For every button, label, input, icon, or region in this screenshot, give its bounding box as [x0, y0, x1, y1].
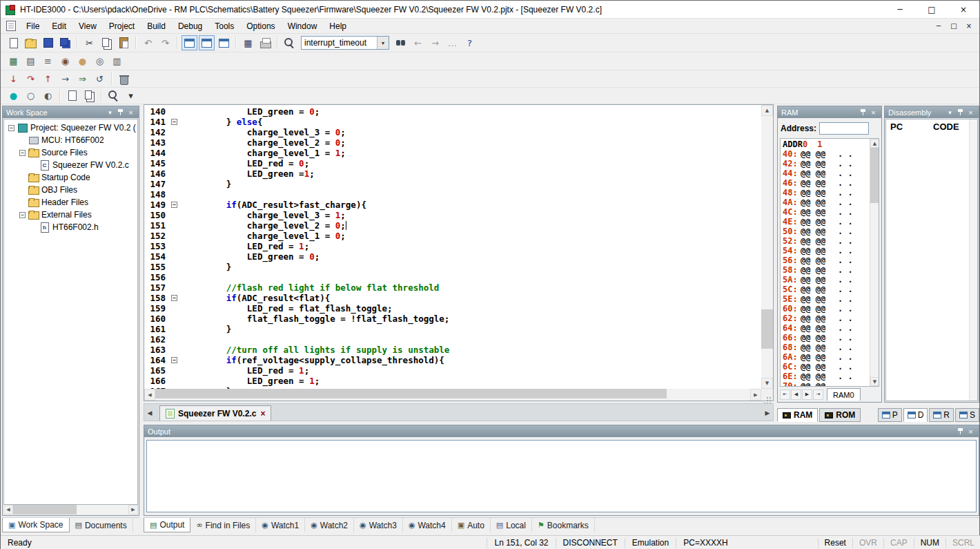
workspace-horizontal-scrollbar[interactable]: ◀ ▶: [3, 505, 138, 514]
side-tab-p[interactable]: P: [878, 408, 902, 422]
resize-grip[interactable]: [761, 389, 773, 401]
fold-collapse-icon[interactable]: −: [171, 357, 177, 363]
stack-window-icon[interactable]: ▥: [109, 54, 125, 69]
search-combobox[interactable]: interrupt_timeout▼: [301, 36, 389, 50]
ram-vertical-scrollbar[interactable]: ▲ ▼: [870, 139, 879, 386]
tree-expander-icon[interactable]: −: [8, 125, 14, 131]
halt-icon[interactable]: ▦: [240, 35, 256, 50]
pin-icon[interactable]: [956, 108, 965, 117]
ram-row[interactable]: 68:@@ @@. .: [783, 343, 879, 352]
editor-vertical-scrollbar[interactable]: ▲ ▼: [761, 105, 773, 389]
menu-item-file[interactable]: File: [20, 19, 46, 33]
code-text[interactable]: LED_red = flat_flash_toggle;: [179, 303, 761, 314]
code-text[interactable]: }: [179, 324, 761, 334]
tree-item[interactable]: −Source Files: [4, 146, 137, 159]
code-text[interactable]: charge_level_1 = 0;: [179, 231, 761, 241]
tab-documents[interactable]: ▤Documents: [70, 518, 133, 532]
navigate-back-icon[interactable]: ←: [410, 35, 426, 50]
last-page-icon[interactable]: ⇥: [813, 389, 823, 400]
status-cap[interactable]: CAP: [883, 538, 914, 548]
code-text[interactable]: //turn off all lights if supply is unsta…: [179, 345, 761, 355]
menu-item-tools[interactable]: Tools: [208, 19, 240, 33]
ram-row[interactable]: 62:@@ @@. .: [783, 314, 879, 323]
tree-item[interactable]: −External Files: [4, 209, 137, 221]
scroll-up-icon[interactable]: ▲: [761, 105, 773, 116]
tree-item[interactable]: Header Files: [4, 196, 137, 209]
print-icon[interactable]: [257, 35, 273, 50]
find-in-page-icon[interactable]: [282, 35, 297, 50]
scroll-thumb[interactable]: [13, 505, 77, 514]
menu-item-help[interactable]: Help: [323, 19, 353, 33]
menu-item-view[interactable]: View: [72, 19, 103, 33]
code-text[interactable]: }: [179, 179, 761, 189]
tree-item[interactable]: Startup Code: [4, 171, 137, 184]
window-zoom-icon[interactable]: [199, 35, 215, 50]
new-watch-icon[interactable]: [64, 88, 80, 104]
status-num[interactable]: NUM: [914, 538, 945, 548]
help-icon[interactable]: ?: [462, 35, 478, 50]
ram-row[interactable]: 4A:@@ @@. .: [783, 198, 879, 207]
paste-icon[interactable]: [116, 35, 132, 50]
code-text[interactable]: [179, 189, 761, 200]
ram-row[interactable]: 44:@@ @@. .: [783, 168, 879, 178]
menu-item-debug[interactable]: Debug: [172, 19, 208, 33]
code-text[interactable]: if(ADC_result<flat){: [179, 293, 761, 303]
tree-expander-icon[interactable]: −: [19, 212, 26, 218]
code-text[interactable]: [179, 334, 761, 345]
search-combobox-value[interactable]: interrupt_timeout: [302, 37, 377, 49]
mdi-close-button[interactable]: ×: [961, 20, 977, 32]
tab-output[interactable]: ▤Output: [144, 518, 190, 532]
scroll-down-icon[interactable]: ▼: [870, 377, 879, 386]
ram-row[interactable]: 50:@@ @@. .: [783, 227, 879, 236]
panel-menu-icon[interactable]: ▾: [945, 108, 954, 117]
tab-work-space[interactable]: ▣Work Space: [2, 518, 70, 532]
open-file-icon[interactable]: [23, 35, 39, 50]
memory-tab-rom[interactable]: ROM: [819, 408, 861, 422]
ram-row[interactable]: 52:@@ @@. .: [783, 236, 879, 246]
ram-row[interactable]: 70:@@ @@. .: [783, 381, 879, 387]
scroll-right-icon[interactable]: ▶: [750, 389, 761, 401]
code-text[interactable]: if(ADC_result>fast_charge){: [179, 200, 761, 210]
stop-hand-icon[interactable]: ●: [75, 54, 90, 69]
scroll-right-icon[interactable]: ▶: [128, 505, 138, 514]
code-text[interactable]: [179, 272, 761, 282]
tab-find-in-files[interactable]: ∞Find in Files: [190, 518, 256, 532]
tree-item[interactable]: −Project: Squeezer FW V0.2 (: [4, 122, 137, 134]
ram-bank-tab[interactable]: RAM0: [827, 388, 861, 401]
fold-collapse-icon[interactable]: −: [171, 202, 177, 208]
ram-row[interactable]: 42:@@ @@. .: [783, 159, 879, 168]
memory-tab-ram[interactable]: RAM: [777, 408, 818, 422]
status-ovr[interactable]: OVR: [852, 538, 883, 548]
toggle-breakpoint-icon[interactable]: ●: [6, 88, 21, 104]
code-text[interactable]: if(ref_voltage<supply_collapse_threshold…: [179, 355, 761, 365]
code-text[interactable]: LED_green =1;: [179, 168, 761, 179]
tab-close-icon[interactable]: ×: [260, 409, 265, 418]
code-text[interactable]: LED_red = 1;: [179, 365, 761, 376]
navigate-forward-icon[interactable]: →: [427, 35, 443, 50]
new-file-icon[interactable]: [6, 35, 21, 50]
register-window-icon[interactable]: ≡: [40, 54, 56, 69]
settings-search-icon[interactable]: [106, 88, 121, 104]
side-tab-d[interactable]: D: [903, 408, 928, 422]
fold-collapse-icon[interactable]: −: [171, 295, 177, 301]
ram-row[interactable]: 4E:@@ @@. .: [783, 217, 879, 227]
pin-icon[interactable]: [116, 108, 125, 117]
code-text[interactable]: flat_flash_toggle = !flat_flash_toggle;: [179, 314, 761, 324]
ram-row[interactable]: 6C:@@ @@. .: [783, 362, 879, 372]
code-text[interactable]: //flash red light if below flat threshol…: [179, 282, 761, 293]
scroll-down-icon[interactable]: ▼: [761, 378, 773, 389]
scroll-track[interactable]: [870, 148, 879, 377]
ram-row[interactable]: 64:@@ @@. .: [783, 323, 879, 333]
ram-row[interactable]: 60:@@ @@. .: [783, 304, 879, 314]
close-icon[interactable]: ×: [869, 108, 878, 117]
code-text[interactable]: }: [179, 262, 761, 272]
mdi-restore-button[interactable]: □: [946, 20, 961, 32]
scroll-up-icon[interactable]: ▲: [870, 139, 879, 148]
run-to-cursor-icon[interactable]: →: [57, 71, 73, 86]
dropdown-icon[interactable]: ▾: [123, 88, 139, 104]
menu-item-build[interactable]: Build: [141, 19, 172, 33]
scroll-thumb[interactable]: [155, 389, 667, 398]
tree-expander-icon[interactable]: −: [19, 150, 26, 156]
first-page-icon[interactable]: ⇤: [780, 389, 790, 400]
ram-row[interactable]: 48:@@ @@. .: [783, 188, 879, 198]
